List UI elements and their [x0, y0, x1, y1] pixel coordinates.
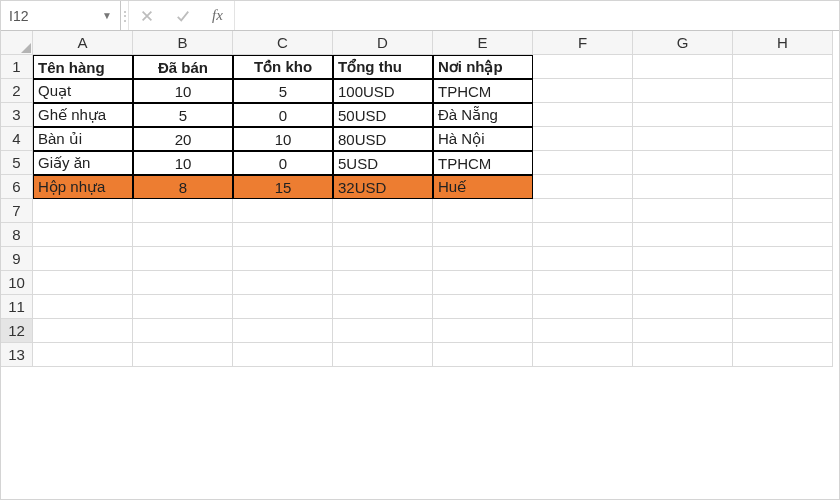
- cell-C8[interactable]: [233, 223, 333, 247]
- cell-D8[interactable]: [333, 223, 433, 247]
- cell-G3[interactable]: [633, 103, 733, 127]
- cell-D4[interactable]: 80USD: [333, 127, 433, 151]
- cell-F13[interactable]: [533, 343, 633, 367]
- cell-G11[interactable]: [633, 295, 733, 319]
- cell-E7[interactable]: [433, 199, 533, 223]
- cell-H11[interactable]: [733, 295, 833, 319]
- cell-H9[interactable]: [733, 247, 833, 271]
- cell-H7[interactable]: [733, 199, 833, 223]
- cell-G7[interactable]: [633, 199, 733, 223]
- cell-A2[interactable]: Quạt: [33, 79, 133, 103]
- cell-B13[interactable]: [133, 343, 233, 367]
- cell-E8[interactable]: [433, 223, 533, 247]
- cell-C9[interactable]: [233, 247, 333, 271]
- cell-G8[interactable]: [633, 223, 733, 247]
- cell-G6[interactable]: [633, 175, 733, 199]
- cell-G5[interactable]: [633, 151, 733, 175]
- row-header-13[interactable]: 13: [1, 343, 33, 367]
- cell-F2[interactable]: [533, 79, 633, 103]
- row-header-1[interactable]: 1: [1, 55, 33, 79]
- cell-F6[interactable]: [533, 175, 633, 199]
- column-header-G[interactable]: G: [633, 31, 733, 55]
- cell-C4[interactable]: 10: [233, 127, 333, 151]
- cell-F3[interactable]: [533, 103, 633, 127]
- cell-A7[interactable]: [33, 199, 133, 223]
- select-all-corner[interactable]: [1, 31, 33, 55]
- cell-A3[interactable]: Ghế nhựa: [33, 103, 133, 127]
- cell-A1[interactable]: Tên hàng: [33, 55, 133, 79]
- cell-G12[interactable]: [633, 319, 733, 343]
- cell-G13[interactable]: [633, 343, 733, 367]
- cell-D10[interactable]: [333, 271, 433, 295]
- column-header-H[interactable]: H: [733, 31, 833, 55]
- cell-C2[interactable]: 5: [233, 79, 333, 103]
- cell-E5[interactable]: TPHCM: [433, 151, 533, 175]
- cell-F1[interactable]: [533, 55, 633, 79]
- row-header-7[interactable]: 7: [1, 199, 33, 223]
- cell-B3[interactable]: 5: [133, 103, 233, 127]
- insert-function-button[interactable]: fx: [201, 1, 235, 30]
- cell-C5[interactable]: 0: [233, 151, 333, 175]
- cell-D11[interactable]: [333, 295, 433, 319]
- column-header-A[interactable]: A: [33, 31, 133, 55]
- cell-E13[interactable]: [433, 343, 533, 367]
- cell-B1[interactable]: Đã bán: [133, 55, 233, 79]
- cell-H1[interactable]: [733, 55, 833, 79]
- row-header-3[interactable]: 3: [1, 103, 33, 127]
- cell-B12[interactable]: [133, 319, 233, 343]
- cell-G10[interactable]: [633, 271, 733, 295]
- cell-B11[interactable]: [133, 295, 233, 319]
- cell-A8[interactable]: [33, 223, 133, 247]
- cell-F10[interactable]: [533, 271, 633, 295]
- cell-C12[interactable]: [233, 319, 333, 343]
- cell-A10[interactable]: [33, 271, 133, 295]
- cell-C7[interactable]: [233, 199, 333, 223]
- cell-E2[interactable]: TPHCM: [433, 79, 533, 103]
- cell-E12[interactable]: [433, 319, 533, 343]
- cell-D12[interactable]: [333, 319, 433, 343]
- cell-C10[interactable]: [233, 271, 333, 295]
- cell-G2[interactable]: [633, 79, 733, 103]
- cell-A12[interactable]: [33, 319, 133, 343]
- formula-input[interactable]: [235, 1, 839, 30]
- spreadsheet-grid[interactable]: ABCDEFGH1Tên hàngĐã bánTồn khoTổng thuNơ…: [1, 31, 839, 367]
- cell-A6[interactable]: Hộp nhựa: [33, 175, 133, 199]
- cell-B5[interactable]: 10: [133, 151, 233, 175]
- cell-B9[interactable]: [133, 247, 233, 271]
- cell-C3[interactable]: 0: [233, 103, 333, 127]
- cell-D9[interactable]: [333, 247, 433, 271]
- cell-B2[interactable]: 10: [133, 79, 233, 103]
- cell-F9[interactable]: [533, 247, 633, 271]
- cell-H3[interactable]: [733, 103, 833, 127]
- cell-F5[interactable]: [533, 151, 633, 175]
- cell-B4[interactable]: 20: [133, 127, 233, 151]
- cell-A4[interactable]: Bàn ủi: [33, 127, 133, 151]
- cell-D6[interactable]: 32USD: [333, 175, 433, 199]
- cell-D13[interactable]: [333, 343, 433, 367]
- cell-F7[interactable]: [533, 199, 633, 223]
- chevron-down-icon[interactable]: ▼: [96, 10, 112, 21]
- row-header-10[interactable]: 10: [1, 271, 33, 295]
- cell-B7[interactable]: [133, 199, 233, 223]
- row-header-8[interactable]: 8: [1, 223, 33, 247]
- cell-D3[interactable]: 50USD: [333, 103, 433, 127]
- row-header-2[interactable]: 2: [1, 79, 33, 103]
- cell-E10[interactable]: [433, 271, 533, 295]
- cell-H12[interactable]: [733, 319, 833, 343]
- cell-F4[interactable]: [533, 127, 633, 151]
- cell-E11[interactable]: [433, 295, 533, 319]
- cell-C13[interactable]: [233, 343, 333, 367]
- column-header-F[interactable]: F: [533, 31, 633, 55]
- cell-H5[interactable]: [733, 151, 833, 175]
- row-header-5[interactable]: 5: [1, 151, 33, 175]
- row-header-12[interactable]: 12: [1, 319, 33, 343]
- cell-H4[interactable]: [733, 127, 833, 151]
- cell-E4[interactable]: Hà Nội: [433, 127, 533, 151]
- cell-H8[interactable]: [733, 223, 833, 247]
- row-header-11[interactable]: 11: [1, 295, 33, 319]
- cell-D1[interactable]: Tổng thu: [333, 55, 433, 79]
- cell-F8[interactable]: [533, 223, 633, 247]
- row-header-4[interactable]: 4: [1, 127, 33, 151]
- cell-G1[interactable]: [633, 55, 733, 79]
- cell-B8[interactable]: [133, 223, 233, 247]
